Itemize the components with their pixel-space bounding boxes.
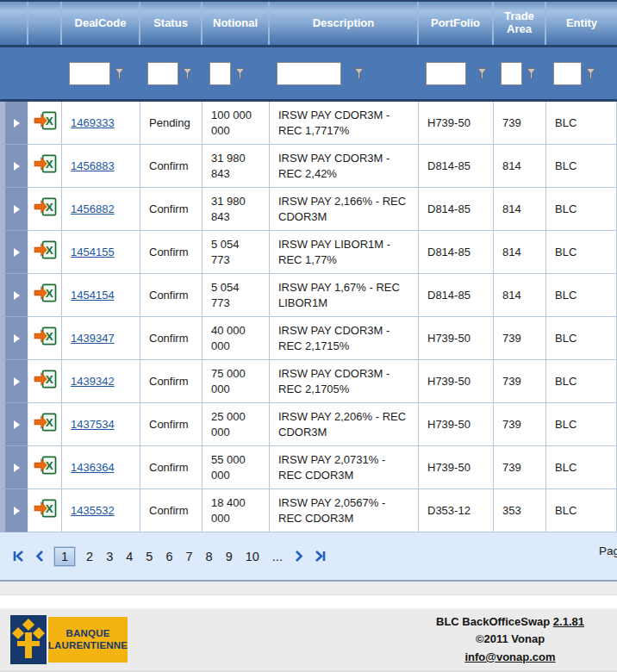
page-number[interactable]: 3 [104,549,115,564]
notional-filter-funnel-icon[interactable] [235,68,245,79]
excel-export-button[interactable]: X [28,446,62,489]
column-header-dealcode[interactable]: DealCode [62,2,140,45]
status-filter-funnel-icon[interactable] [183,68,192,79]
excel-export-button[interactable]: X [28,489,62,532]
status-cell: Confirm [140,145,203,188]
entity-filter-funnel-icon[interactable] [586,68,595,79]
portfolio-cell: D814-85 [419,145,494,188]
dealcode-cell: 1469333 [62,102,140,145]
dealcode-link[interactable]: 1436364 [71,460,115,476]
description-cell: IRSW PAY 2,0567% - REC CDOR3M [270,489,419,532]
svg-text:X: X [45,245,53,258]
excel-icon: X [34,154,57,177]
column-header-notional[interactable]: Notional [203,2,270,45]
notional-filter-input[interactable] [209,62,231,85]
page-number[interactable]: 2 [84,549,95,564]
notional-cell: 75 000 000 [203,360,270,403]
dealcode-filter-input[interactable] [69,62,110,85]
svg-text:X: X [45,115,53,128]
status-cell: Pending [140,102,203,145]
row-expand-button[interactable] [0,188,28,231]
pagination-bar: 1 2 3 4 5 6 7 8 9 10 ... Pag [0,532,617,582]
previous-page-button[interactable] [34,550,45,563]
table-row: X 1456883 Confirm 31 980 843 IRSW PAY CD… [0,145,617,188]
next-page-button[interactable] [294,550,304,563]
dealcode-filter-funnel-icon[interactable] [115,68,124,79]
row-expand-button[interactable] [0,446,28,489]
email-link[interactable]: info@vonap.com [464,650,555,663]
page-number[interactable]: 8 [204,549,215,564]
expand-arrow-icon [14,377,20,386]
row-expand-button[interactable] [0,145,28,188]
excel-icon: X [34,327,57,350]
row-expand-button[interactable] [0,317,28,360]
row-expand-button[interactable] [0,231,28,274]
row-expand-button[interactable] [0,403,28,446]
excel-export-button[interactable]: X [28,403,62,446]
column-header-portfolio[interactable]: PortFolio [419,2,494,45]
expand-arrow-icon [14,248,20,257]
status-cell: Confirm [140,188,203,231]
status-cell: Confirm [140,403,203,446]
dealcode-link[interactable]: 1439342 [71,374,115,389]
column-header-status[interactable]: Status [140,2,203,45]
excel-icon: X [34,240,57,264]
column-header-trade-area[interactable]: Trade Area [494,2,546,45]
excel-export-button[interactable]: X [28,102,62,145]
svg-text:X: X [45,288,53,301]
entity-cell: BLC [546,360,617,403]
row-expand-button[interactable] [0,360,28,403]
row-expand-button[interactable] [0,489,28,532]
column-header-entity[interactable]: Entity [546,2,617,45]
notional-cell: 25 000 000 [203,403,270,446]
filter-cell-description [270,62,419,85]
dealcode-link[interactable]: 1456883 [71,159,115,174]
dealcode-link[interactable]: 1469333 [71,115,115,131]
first-page-button[interactable] [12,550,25,563]
dealcode-link[interactable]: 1454155 [71,245,115,260]
dealcode-cell: 1456882 [62,188,140,231]
excel-export-button[interactable]: X [28,360,62,403]
portfolio-filter-funnel-icon[interactable] [477,68,487,79]
filter-cell-entity [546,62,617,85]
entity-filter-input[interactable] [553,62,582,85]
page-number[interactable]: 6 [164,549,174,564]
trade-area-filter-input[interactable] [501,62,522,85]
dealcode-link[interactable]: 1456882 [71,202,115,217]
description-filter-input[interactable] [277,62,341,85]
filter-cell-notional [203,62,270,85]
excel-export-button[interactable]: X [28,188,62,231]
page-number[interactable]: 9 [224,549,234,564]
portfolio-cell: D814-85 [419,274,494,317]
dealcode-link[interactable]: 1435532 [71,503,115,519]
dealcode-link[interactable]: 1437534 [71,417,115,432]
column-header-description[interactable]: Description [270,2,419,45]
row-expand-button[interactable] [0,102,28,145]
portfolio-cell: D353-12 [419,489,494,532]
excel-export-button[interactable]: X [28,317,62,360]
dealcode-cell: 1439342 [62,360,140,403]
row-expand-button[interactable] [0,274,28,317]
dealcode-link[interactable]: 1454154 [71,288,115,303]
excel-export-button[interactable]: X [28,274,62,317]
page-number[interactable]: 4 [124,549,134,564]
svg-text:X: X [45,331,53,344]
version-link[interactable]: 2.1.81 [553,615,584,628]
last-page-button[interactable] [314,550,327,563]
footer-info-block: BLC BackOfficeSwap 2.1.81 ©2011 Vonap in… [436,613,584,665]
table-row: X 1454154 Confirm 5 054 773 IRSW PAY 1,6… [0,274,617,317]
page-ellipsis[interactable]: ... [271,549,284,564]
page-number[interactable]: 10 [244,549,261,564]
trade-area-filter-funnel-icon[interactable] [527,68,536,79]
portfolio-filter-input[interactable] [426,62,466,85]
excel-export-button[interactable]: X [28,231,62,274]
entity-cell: BLC [546,188,617,231]
excel-export-button[interactable]: X [28,145,62,188]
table-row: X 1439342 Confirm 75 000 000 IRSW PAY CD… [0,360,617,403]
dealcode-link[interactable]: 1439347 [71,331,115,346]
page-number[interactable]: 5 [144,549,154,564]
page-number[interactable]: 7 [184,549,194,564]
portfolio-cell: H739-50 [419,317,494,360]
status-filter-input[interactable] [147,62,178,85]
description-filter-funnel-icon[interactable] [354,68,364,79]
